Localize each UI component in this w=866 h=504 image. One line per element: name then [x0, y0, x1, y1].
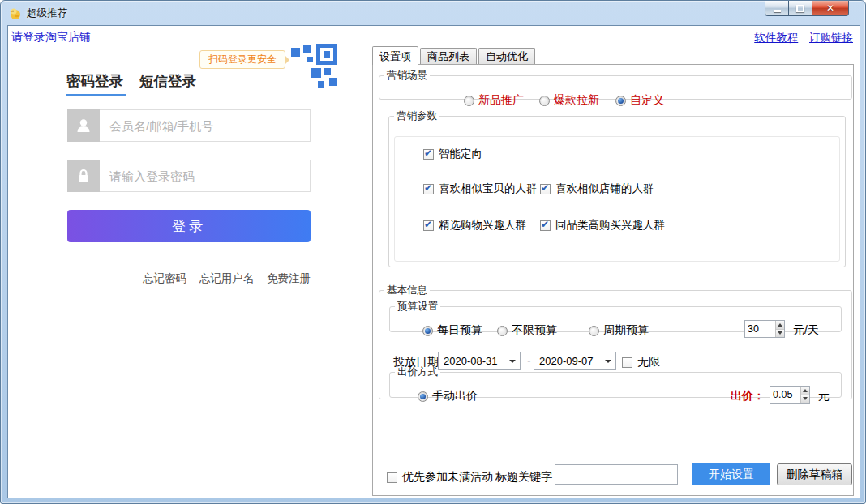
free-register-link[interactable]: 免费注册: [267, 272, 311, 284]
login-tabs: 密码登录 短信登录: [66, 71, 208, 91]
radio-icon[interactable]: [497, 326, 508, 336]
forgot-password-link[interactable]: 忘记密码: [143, 272, 186, 284]
radio-selected-icon[interactable]: [615, 96, 626, 106]
checkbox-icon[interactable]: [423, 220, 434, 231]
username-input[interactable]: [100, 109, 311, 142]
marketing-params-legend: 营销参数: [394, 109, 439, 123]
close-button[interactable]: ✕: [812, 1, 849, 16]
scene-option-label: 自定义: [630, 93, 664, 108]
radio-icon[interactable]: [539, 96, 550, 106]
bidding-group: 出价方式 手动出价 出价： 元: [389, 365, 842, 398]
spinner-up-button[interactable]: [776, 321, 784, 330]
qr-code-icon[interactable]: [287, 44, 339, 91]
login-helper-links: 忘记密码 忘记用户名 免费注册: [67, 271, 311, 286]
bid-unit-label: 元: [818, 389, 830, 404]
budget-option-unlimited[interactable]: 不限预算: [497, 323, 557, 338]
user-icon: [67, 109, 100, 142]
start-setup-button[interactable]: 开始设置: [692, 463, 770, 485]
tab-settings[interactable]: 设置项: [372, 46, 418, 65]
budget-option-label: 不限预算: [512, 323, 557, 338]
titlebar[interactable]: 超级推荐 ✕: [1, 1, 865, 25]
login-prompt-text: 请登录淘宝店铺: [11, 30, 91, 45]
window-content: 请登录淘宝店铺 软件教程 订购链接 密码登录 短信登录 扫码登录更安全: [7, 25, 860, 498]
close-icon: ✕: [826, 3, 834, 13]
bid-label: 出价：: [731, 389, 765, 404]
checkbox-category-high-purchase[interactable]: 同品类高购买兴趣人群: [540, 218, 665, 233]
window-title: 超级推荐: [27, 6, 67, 20]
checkbox-priority-activity[interactable]: 优先参加未满活动: [387, 470, 493, 485]
checkbox-icon[interactable]: [540, 184, 551, 194]
tab-password-login[interactable]: 密码登录: [66, 73, 123, 89]
checkbox-smart-targeting[interactable]: 智能定向: [423, 147, 482, 161]
budget-spinner: [775, 321, 784, 337]
checkbox-icon[interactable]: [423, 149, 434, 160]
checkbox-label: 智能定向: [439, 147, 482, 161]
password-row: [67, 160, 311, 192]
tab-sms-login[interactable]: 短信登录: [139, 73, 196, 89]
header-links: 软件教程 订购链接: [746, 31, 853, 45]
forgot-username-link[interactable]: 忘记用户名: [199, 272, 255, 284]
bidding-option-manual[interactable]: 手动出价: [418, 389, 478, 404]
bid-spinner: [800, 387, 809, 403]
settings-tab-page: 营销场景 新品推广 爆款拉新 自定义 营销参数: [372, 64, 854, 496]
order-link[interactable]: 订购链接: [809, 32, 853, 44]
maximize-icon: [796, 5, 804, 12]
marketing-params-group: 营销参数 智能定向 喜欢相似宝贝的人群 喜欢相似店铺的人群 精选购物兴趣人群: [388, 109, 846, 267]
app-window: 超级推荐 ✕ 请登录淘宝店铺 软件教程 订购链接 密码登录 短信登录 扫码登录更…: [0, 0, 866, 504]
bidding-legend: 出价方式: [395, 365, 440, 379]
scene-option-new-product[interactable]: 新品推广: [464, 93, 524, 108]
budget-option-daily[interactable]: 每日预算: [422, 323, 482, 338]
budget-amount-field: [744, 320, 785, 338]
checkbox-selected-shopping-interest[interactable]: 精选购物兴趣人群: [423, 218, 526, 233]
keyword-input[interactable]: [555, 464, 678, 485]
scene-option-hot-item[interactable]: 爆款拉新: [539, 93, 599, 108]
bid-amount-field: [770, 386, 810, 404]
basic-info-legend: 基本信息: [384, 284, 430, 297]
checkbox-icon[interactable]: [540, 220, 551, 231]
checkbox-label: 精选购物兴趣人群: [439, 218, 526, 233]
budget-option-period[interactable]: 周期预算: [589, 323, 649, 338]
maximize-button[interactable]: [789, 1, 812, 16]
spinner-up-button[interactable]: [801, 387, 809, 395]
active-tab-underline: [66, 94, 126, 96]
checkbox-icon[interactable]: [423, 184, 434, 194]
lock-icon: [67, 160, 100, 192]
minimize-button[interactable]: [765, 1, 789, 16]
radio-icon[interactable]: [464, 96, 474, 106]
scene-option-label: 新品推广: [478, 93, 524, 108]
radio-selected-icon[interactable]: [418, 391, 428, 402]
marketing-scene-legend: 营销场景: [384, 69, 430, 83]
app-title: 超级推荐: [9, 6, 67, 20]
qr-login-tip: 扫码登录更安全: [199, 50, 285, 69]
radio-icon[interactable]: [589, 326, 599, 336]
login-button[interactable]: 登录: [67, 210, 311, 242]
radio-selected-icon[interactable]: [422, 326, 433, 336]
budget-option-label: 每日预算: [437, 323, 482, 338]
marketing-scene-group: 营销场景 新品推广 爆款拉新 自定义: [379, 69, 852, 100]
scene-option-custom[interactable]: 自定义: [615, 93, 664, 108]
budget-legend: 预算设置: [395, 300, 440, 314]
budget-group: 预算设置 每日预算 不限预算 周期预算: [389, 300, 842, 332]
basic-info-group: 基本信息 预算设置 每日预算 不限预算 周期预算: [379, 284, 852, 399]
checkbox-label: 喜欢相似宝贝的人群: [439, 182, 538, 196]
bidding-option-label: 手动出价: [432, 389, 478, 404]
budget-amount-input[interactable]: [745, 321, 775, 337]
app-icon: [9, 7, 22, 20]
delete-draft-button[interactable]: 删除草稿箱: [777, 463, 852, 485]
budget-unit-label: 元/天: [793, 323, 819, 338]
keyword-label: 标题关键字: [495, 470, 552, 485]
scene-option-label: 爆款拉新: [554, 93, 599, 108]
username-row: [67, 109, 311, 142]
spinner-down-button[interactable]: [776, 330, 784, 338]
tab-auto-optimize[interactable]: 自动优化: [478, 48, 535, 64]
priority-label: 优先参加未满活动: [402, 470, 493, 485]
checkbox-similar-item-audience[interactable]: 喜欢相似宝贝的人群: [423, 182, 538, 196]
window-controls: ✕: [765, 1, 849, 16]
bid-amount-input[interactable]: [770, 387, 800, 403]
checkbox-icon[interactable]: [387, 472, 397, 483]
password-input[interactable]: [100, 160, 311, 192]
checkbox-similar-shop-audience[interactable]: 喜欢相似店铺的人群: [540, 182, 654, 196]
tab-product-list[interactable]: 商品列表: [420, 48, 477, 64]
spinner-down-button[interactable]: [801, 395, 809, 404]
software-tutorial-link[interactable]: 软件教程: [754, 32, 798, 44]
